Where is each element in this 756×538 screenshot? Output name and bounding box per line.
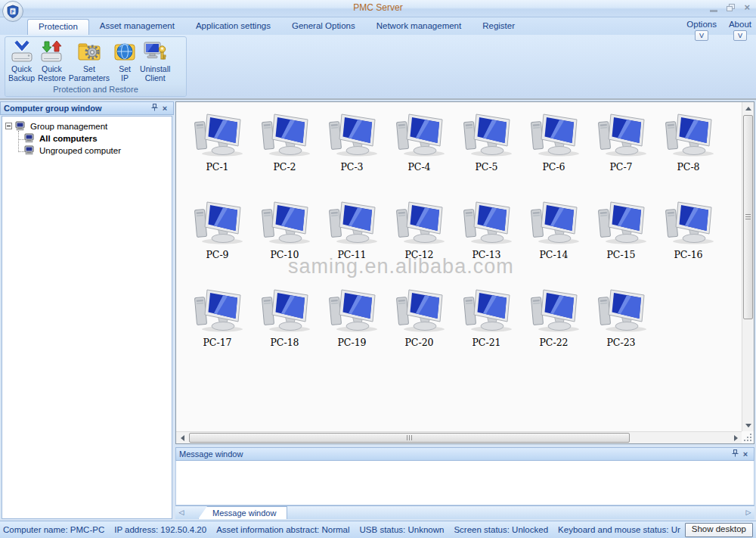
computer-icon: [460, 201, 514, 244]
scroll-right-button[interactable]: [730, 432, 742, 444]
computer-icon: [24, 145, 36, 155]
about-dropdown-button[interactable]: V: [733, 30, 747, 41]
computer-item-pc-2[interactable]: PC-2: [251, 110, 318, 187]
computer-label: PC-5: [475, 161, 497, 173]
computer-item-pc-1[interactable]: PC-1: [184, 110, 251, 187]
close-button[interactable]: ×: [744, 2, 750, 13]
horizontal-scroll-thumb[interactable]: [189, 433, 630, 443]
computer-item-pc-12[interactable]: PC-12: [386, 197, 453, 275]
quick-backup-button[interactable]: QuickBackup: [7, 39, 36, 83]
tab-protection[interactable]: Protection: [27, 19, 89, 35]
options-dropdown-button[interactable]: V: [695, 30, 708, 41]
tree-node-label: Group management: [30, 122, 107, 131]
message-list: [175, 461, 754, 505]
tree-children: All computersUngrouped computer: [15, 133, 169, 155]
tab-application-settings[interactable]: Application settings: [185, 19, 281, 35]
computer-item-pc-21[interactable]: PC-21: [453, 285, 520, 362]
computer-item-pc-19[interactable]: PC-19: [318, 285, 386, 362]
scroll-up-button[interactable]: [742, 102, 754, 114]
computer-label: PC-16: [674, 249, 702, 260]
client-area: Computer group window × Group management…: [0, 101, 756, 521]
pin-icon[interactable]: [730, 449, 740, 459]
computer-item-pc-9[interactable]: PC-9: [184, 197, 251, 275]
computer-item-pc-8[interactable]: PC-8: [655, 110, 722, 187]
quick-backup-label: QuickBackup: [8, 64, 35, 82]
set-ip-label: SetIP: [119, 64, 131, 82]
computer-label: PC-11: [337, 249, 366, 260]
set-parameters-label: SetParameters: [69, 64, 110, 82]
tree-node-all-computers[interactable]: All computers: [15, 133, 169, 143]
computer-label: PC-3: [340, 161, 363, 173]
close-panel-icon[interactable]: ×: [740, 449, 751, 459]
status-item: Screen status: Unlocked: [454, 525, 548, 534]
about-label[interactable]: About: [729, 20, 751, 29]
computer-group-panel-title: Computer group window: [4, 104, 149, 113]
quick-restore-button[interactable]: QuickRestore: [36, 39, 67, 83]
tree-node-ungrouped-computer[interactable]: Ungrouped computer: [15, 145, 169, 155]
computer-item-pc-5[interactable]: PC-5: [453, 110, 520, 187]
app-logo-shield-icon[interactable]: F: [2, 1, 23, 22]
options-label[interactable]: Options: [686, 20, 717, 29]
computer-item-pc-18[interactable]: PC-18: [251, 285, 318, 362]
ribbon-group-caption: Protection and Restore: [5, 85, 186, 96]
computer-icon: [594, 201, 649, 244]
computer-item-pc-6[interactable]: PC-6: [520, 110, 587, 187]
status-item: USB status: Unknown: [360, 525, 445, 534]
tab-asset-management[interactable]: Asset management: [89, 19, 185, 35]
computer-icon: [325, 113, 380, 157]
computer-item-pc-10[interactable]: PC-10: [251, 197, 318, 275]
tab-extras: Options V About V: [686, 20, 751, 41]
horizontal-scrollbar[interactable]: [176, 431, 742, 443]
minimize-button[interactable]: [710, 10, 717, 12]
tree-node-group-management[interactable]: Group management: [5, 121, 169, 131]
uninstall-client-button[interactable]: UninstallClient: [138, 39, 172, 83]
tab-scroll-left-icon[interactable]: ◁: [175, 506, 187, 519]
set-parameters-button[interactable]: SetParameters: [67, 39, 111, 83]
tab-register[interactable]: Register: [472, 19, 525, 35]
computer-icon: [594, 113, 649, 157]
vertical-scrollbar[interactable]: [742, 102, 754, 431]
computer-item-pc-3[interactable]: PC-3: [318, 110, 386, 187]
computer-item-pc-11[interactable]: PC-11: [318, 197, 386, 275]
computer-icon: [191, 288, 245, 332]
close-panel-icon[interactable]: ×: [160, 104, 170, 113]
computer-item-pc-4[interactable]: PC-4: [386, 110, 453, 187]
message-window-tab[interactable]: Message window: [198, 506, 287, 519]
computer-item-pc-15[interactable]: PC-15: [587, 197, 655, 275]
status-item: IP address: 192.50.4.20: [114, 525, 206, 534]
quick-backup-icon: [10, 39, 34, 64]
quick-restore-icon: [39, 39, 64, 64]
computer-item-pc-13[interactable]: PC-13: [453, 197, 520, 275]
tab-scroll-right-icon[interactable]: ▷: [742, 506, 754, 519]
tab-general-options[interactable]: General Options: [281, 19, 366, 35]
computer-item-pc-16[interactable]: PC-16: [655, 197, 722, 275]
restore-button[interactable]: [727, 4, 735, 11]
computer-item-pc-14[interactable]: PC-14: [520, 197, 587, 275]
status-item: Keyboard and mouse status: Unlocked: [558, 525, 680, 534]
pin-icon[interactable]: [149, 104, 160, 113]
computer-item-pc-17[interactable]: PC-17: [184, 285, 251, 362]
collapse-icon[interactable]: [5, 123, 12, 129]
tab-network-management[interactable]: Network management: [366, 19, 472, 35]
computer-item-pc-23[interactable]: PC-23: [587, 285, 655, 362]
computer-icon: [662, 113, 716, 157]
computer-icon: [460, 113, 514, 157]
computer-item-pc-20[interactable]: PC-20: [386, 285, 453, 362]
computer-icon: [527, 201, 581, 244]
computer-item-pc-7[interactable]: PC-7: [587, 110, 655, 187]
computer-icon: [24, 133, 36, 143]
vertical-scroll-thumb[interactable]: [743, 115, 753, 319]
set-ip-button[interactable]: SetIP: [111, 39, 138, 83]
computer-label: PC-14: [539, 249, 568, 260]
computer-icon: [191, 113, 245, 157]
scroll-down-button[interactable]: [742, 419, 754, 431]
computer-item-pc-22[interactable]: PC-22: [520, 285, 587, 362]
computers-view: PC-1PC-2PC-3PC-4PC-5PC-6PC-7PC-8PC-9PC-1…: [175, 101, 754, 444]
tree-node-label: Ungrouped computer: [39, 146, 121, 155]
message-panel-title: Message window: [179, 449, 730, 459]
scroll-left-button[interactable]: [176, 432, 188, 444]
message-panel-header: Message window ×: [175, 447, 754, 461]
resize-grip[interactable]: [742, 431, 754, 443]
computer-label: PC-8: [677, 161, 699, 173]
show-desktop-button[interactable]: Show desktop: [685, 523, 753, 537]
